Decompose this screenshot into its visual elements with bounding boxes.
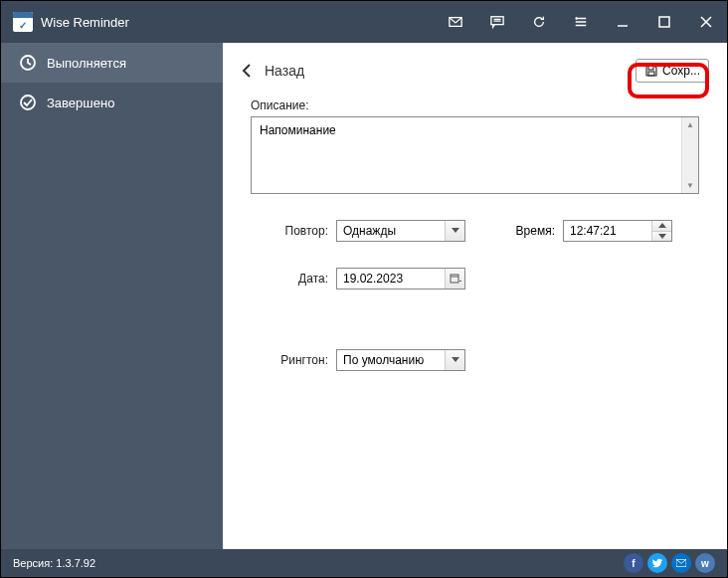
time-label: Время:: [495, 224, 555, 238]
mail-icon[interactable]: [435, 1, 476, 43]
spinner-up-icon[interactable]: [652, 221, 671, 232]
sidebar-item-ongoing[interactable]: Выполняется: [1, 43, 223, 83]
time-value: 12:47:21: [564, 221, 651, 241]
mail-icon[interactable]: [671, 553, 691, 573]
scroll-up-icon[interactable]: ▲: [683, 117, 698, 132]
spinner-down-icon[interactable]: [652, 232, 671, 242]
app-icon: [13, 12, 33, 32]
date-input[interactable]: 19.02.2023: [336, 268, 465, 289]
calendar-dropdown-icon[interactable]: [445, 269, 464, 289]
ringtone-value: По умолчанию: [337, 350, 445, 370]
close-button[interactable]: [685, 1, 727, 43]
twitter-icon[interactable]: [647, 553, 667, 573]
chevron-down-icon[interactable]: [445, 350, 464, 370]
scroll-down-icon[interactable]: ▼: [683, 178, 698, 193]
svg-rect-5: [648, 66, 653, 70]
back-label: Назад: [265, 63, 304, 79]
menu-icon[interactable]: [560, 1, 602, 43]
sidebar-item-label: Выполняется: [47, 56, 126, 71]
app-window: Wise Reminder Выполняется Завершено На: [0, 0, 728, 578]
save-button[interactable]: Сохр...: [636, 59, 709, 83]
chevron-down-icon[interactable]: [445, 221, 464, 241]
feedback-icon[interactable]: [476, 1, 518, 43]
sidebar: Выполняется Завершено: [1, 43, 223, 549]
back-button[interactable]: Назад: [241, 63, 304, 79]
repeat-value: Однажды: [337, 221, 445, 241]
clock-icon: [19, 54, 37, 72]
description-label: Описание:: [251, 98, 699, 112]
description-value: Напоминание: [260, 123, 336, 137]
repeat-label: Повтор:: [251, 224, 328, 238]
save-label: Сохр...: [662, 64, 700, 78]
chevron-left-icon: [241, 64, 253, 78]
main-panel: Назад Сохр... Описание: Напоминание ▲ ▼: [223, 43, 727, 549]
ringtone-label: Рингтон:: [251, 353, 328, 367]
app-title: Wise Reminder: [41, 15, 129, 30]
date-label: Дата:: [251, 272, 328, 286]
maximize-button[interactable]: [643, 1, 685, 43]
description-scrollbar[interactable]: ▲ ▼: [681, 117, 698, 193]
titlebar: Wise Reminder: [1, 1, 727, 43]
minimize-button[interactable]: [602, 1, 643, 43]
facebook-icon[interactable]: f: [624, 553, 643, 573]
wise-icon[interactable]: w: [695, 553, 715, 573]
repeat-combo[interactable]: Однажды: [336, 220, 465, 242]
sidebar-item-label: Завершено: [47, 96, 114, 110]
svg-rect-7: [451, 275, 458, 283]
svg-rect-6: [648, 72, 654, 76]
footer: Версия: 1.3.7.92 f w: [1, 549, 727, 577]
check-circle-icon: [19, 94, 37, 111]
main-header: Назад Сохр...: [223, 43, 727, 98]
ringtone-combo[interactable]: По умолчанию: [336, 349, 465, 371]
svg-rect-2: [659, 17, 669, 27]
sidebar-item-completed[interactable]: Завершено: [1, 83, 223, 122]
date-value: 19.02.2023: [337, 269, 445, 289]
description-input[interactable]: Напоминание: [251, 116, 699, 194]
refresh-icon[interactable]: [518, 1, 560, 43]
time-input[interactable]: 12:47:21: [563, 220, 672, 242]
version-label: Версия: 1.3.7.92: [13, 557, 95, 569]
svg-point-4: [21, 96, 35, 109]
save-icon: [644, 64, 658, 78]
form-area: Описание: Напоминание ▲ ▼ Повтор: Однажд…: [223, 98, 727, 371]
